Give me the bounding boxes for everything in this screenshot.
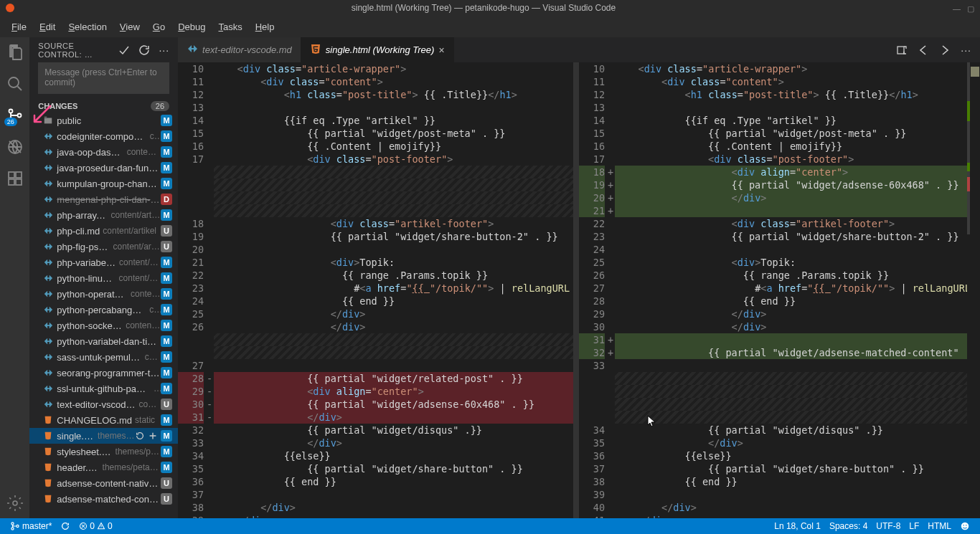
status-branch[interactable]: master* [6, 521, 56, 531]
file-item[interactable]: single.htmlthemes/p…M [29, 428, 178, 444]
file-item[interactable]: codeigniter-composer.mdc…M [29, 128, 178, 144]
file-status-badge: D [161, 194, 172, 205]
md-icon [42, 210, 54, 220]
discard-icon[interactable] [135, 431, 145, 441]
file-item[interactable]: publicM [29, 113, 178, 128]
file-list[interactable]: publicMcodeigniter-composer.mdc…Mjava-oo… [29, 113, 178, 518]
file-item[interactable]: header.htmlthemes/petanik…M [29, 459, 178, 475]
diff-original-pane[interactable]: 10111213141516171819202122232425262728-2… [178, 62, 579, 518]
file-path: co… [145, 352, 161, 362]
activity-scm-icon[interactable]: 26 [6, 106, 24, 125]
svg-point-17 [963, 525, 964, 526]
file-item[interactable]: php-fig-psr.mdcontent/artikelU [29, 239, 178, 254]
left-scrollbar[interactable] [573, 62, 579, 518]
menu-edit[interactable]: Edit [34, 19, 61, 34]
diff-modified-pane[interactable]: 101112131415161718+19+20+21+222324252627… [579, 62, 980, 518]
tab-close-icon[interactable]: × [438, 44, 444, 56]
menu-go[interactable]: Go [147, 19, 171, 34]
more-icon[interactable]: ··· [159, 44, 169, 56]
file-status-badge: M [161, 257, 172, 268]
overview-ruler[interactable] [970, 62, 980, 518]
file-status-badge: U [161, 477, 172, 489]
file-item[interactable]: kumpulan-group-channel-b…M [29, 176, 178, 191]
file-item[interactable]: sass-untuk-pemula.mdco…M [29, 349, 178, 365]
file-item[interactable]: php-cli.mdcontent/artikelU [29, 223, 178, 239]
file-item[interactable]: java-oop-dasar.mdcontent/…M [29, 144, 178, 160]
stage-icon[interactable] [148, 431, 158, 441]
file-item[interactable]: stylesheet.htmlthemes/pet…M [29, 444, 178, 459]
file-path: conten… [131, 289, 161, 299]
status-feedback-icon[interactable] [956, 521, 974, 531]
status-problems[interactable]: 0 0 [75, 521, 116, 531]
md-icon [42, 242, 54, 252]
file-item[interactable]: seorang-programmer-tunan…M [29, 365, 178, 381]
file-item[interactable]: python-variabel-dan-tipe-da…M [29, 333, 178, 349]
window-maximize-button[interactable]: ▢ [967, 4, 974, 11]
file-path: content/ar… [119, 257, 161, 267]
file-name: python-socket.md [57, 320, 123, 331]
activity-debug-icon[interactable] [6, 138, 24, 156]
file-status-badge: M [161, 178, 172, 189]
file-name: seorang-programmer-tunan… [57, 368, 161, 378]
file-item[interactable]: mengenal-php-cli-dan-php-i…D [29, 191, 178, 207]
file-item[interactable]: python-socket.mdcontent/…M [29, 318, 178, 333]
file-name: php-variabel.md [57, 257, 116, 268]
menu-selection[interactable]: Selection [62, 19, 112, 34]
status-eol[interactable]: LF [905, 521, 923, 531]
file-item[interactable]: php-variabel.mdcontent/ar…M [29, 254, 178, 270]
changes-header[interactable]: CHANGES 26 [29, 100, 178, 113]
nav-back-icon[interactable] [918, 44, 929, 56]
activity-extensions-icon[interactable] [6, 169, 24, 188]
compare-toggle-icon[interactable] [896, 44, 908, 56]
file-item[interactable]: java-prosedur-dan-fungsi.m…M [29, 160, 178, 176]
file-item[interactable]: CHANGELOG.mdstaticM [29, 412, 178, 428]
tab-text-editor-vscode[interactable]: text-editor-vscode.md [178, 37, 301, 62]
file-item[interactable]: text-editor-vscode.mdcont…U [29, 396, 178, 412]
commit-icon[interactable] [118, 44, 130, 56]
status-cursor[interactable]: Ln 18, Col 1 [770, 521, 825, 531]
html-icon [42, 431, 54, 441]
file-item[interactable]: python-percabangan.mdc…M [29, 302, 178, 318]
file-name: single.html [57, 431, 95, 442]
nav-forward-icon[interactable] [939, 44, 951, 56]
file-name: java-oop-dasar.md [57, 147, 123, 158]
changes-label: CHANGES [38, 102, 77, 110]
code-right[interactable]: <div class="article-wrapper"> <div class… [615, 62, 967, 518]
activity-settings-icon[interactable] [6, 494, 24, 512]
status-sync[interactable] [56, 521, 75, 531]
code-left[interactable]: <div class="article-wrapper"> <div class… [214, 62, 573, 518]
file-status-badge: M [161, 367, 172, 378]
activity-explorer-icon[interactable] [6, 43, 24, 62]
file-item[interactable]: python-linux.mdcontent/ar…M [29, 270, 178, 286]
refresh-icon[interactable] [138, 44, 150, 56]
status-encoding[interactable]: UTF-8 [872, 521, 905, 531]
file-item[interactable]: ssl-untuk-github-pages.md…M [29, 381, 178, 396]
md-icon [42, 273, 54, 283]
file-item[interactable]: php-array.mdcontent/artikelM [29, 207, 178, 223]
status-spaces[interactable]: Spaces: 4 [825, 521, 872, 531]
file-item[interactable]: adsense-content-native.htm…U [29, 475, 178, 491]
activity-search-icon[interactable] [6, 75, 24, 93]
file-name: ssl-untuk-github-pages.md [57, 383, 151, 394]
file-status-badge: M [161, 320, 172, 331]
svg-point-12 [11, 523, 14, 525]
file-path: … [154, 383, 161, 394]
menu-help[interactable]: Help [250, 19, 281, 34]
tab-single-html[interactable]: single.html (Working Tree) × [301, 37, 454, 62]
window-minimize-button[interactable]: — [953, 4, 960, 11]
file-status-badge: M [161, 446, 172, 457]
editor-more-icon[interactable]: ··· [961, 44, 971, 56]
diff-editor[interactable]: 10111213141516171819202122232425262728-2… [178, 62, 980, 518]
menu-debug[interactable]: Debug [172, 19, 211, 34]
menu-file[interactable]: File [6, 19, 32, 34]
window-close-button[interactable] [6, 4, 14, 12]
commit-message-input[interactable]: Message (press Ctrl+Enter to commit) [38, 62, 169, 94]
file-name: php-cli.md [57, 226, 100, 237]
menu-view[interactable]: View [114, 19, 146, 34]
file-item[interactable]: python-operator.mdconten…M [29, 286, 178, 302]
file-item[interactable]: adsense-matched-content.h…U [29, 491, 178, 507]
menu-tasks[interactable]: Tasks [212, 19, 248, 34]
status-language[interactable]: HTML [923, 521, 956, 531]
titlebar: single.html (Working Tree) — petanikode-… [0, 0, 980, 16]
file-path: content/… [127, 147, 161, 157]
